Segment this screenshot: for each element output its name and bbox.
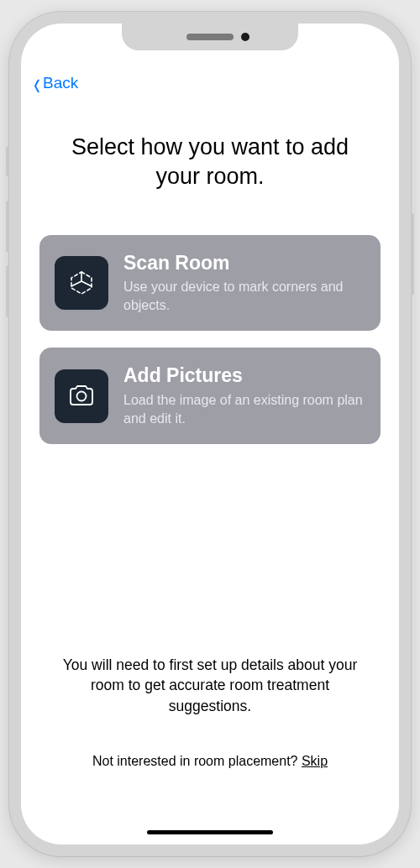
scan-room-text: Scan Room Use your device to mark corner…: [123, 252, 364, 315]
svg-line-2: [71, 281, 81, 286]
nav-bar: ‹ Back: [21, 70, 399, 104]
add-pictures-title: Add Pictures: [123, 364, 364, 388]
page-title: Select how you want to add your room.: [39, 104, 381, 235]
add-pictures-option[interactable]: Add Pictures Load the image of an existi…: [39, 348, 381, 444]
camera-icon-container: [55, 369, 108, 423]
svg-point-4: [77, 391, 87, 400]
back-label: Back: [43, 74, 78, 92]
silent-switch: [6, 146, 9, 176]
volume-down-button: [6, 265, 9, 317]
main-content: Select how you want to add your room. Sc…: [21, 104, 399, 845]
scan-icon-container: [55, 256, 108, 310]
info-section: You will need to first set up details ab…: [39, 655, 381, 845]
skip-line: Not interested in room placement? Skip: [39, 754, 381, 769]
skip-link[interactable]: Skip: [302, 754, 328, 768]
chevron-left-icon: ‹: [34, 71, 40, 94]
scan-room-option[interactable]: Scan Room Use your device to mark corner…: [39, 235, 381, 332]
volume-up-button: [6, 201, 9, 253]
camera-icon: [66, 381, 97, 411]
screen-content: ‹ Back Select how you want to add your r…: [21, 24, 399, 844]
back-button[interactable]: ‹ Back: [33, 74, 78, 92]
device-screen: ‹ Back Select how you want to add your r…: [21, 24, 399, 844]
scan-room-title: Scan Room: [123, 252, 364, 275]
svg-line-3: [81, 281, 92, 286]
device-frame: ‹ Back Select how you want to add your r…: [9, 12, 411, 856]
scan-icon: [66, 268, 97, 298]
scan-room-subtitle: Use your device to mark corners and obje…: [123, 278, 364, 314]
skip-prefix: Not interested in room placement?: [92, 754, 302, 768]
add-pictures-text: Add Pictures Load the image of an existi…: [123, 364, 364, 427]
front-camera: [241, 33, 249, 41]
setup-info-text: You will need to first set up details ab…: [39, 655, 381, 717]
speaker-grille: [186, 34, 234, 40]
add-pictures-subtitle: Load the image of an existing room plan …: [123, 391, 364, 427]
power-button: [411, 213, 414, 295]
device-notch: [122, 24, 298, 50]
home-indicator[interactable]: [147, 830, 273, 834]
